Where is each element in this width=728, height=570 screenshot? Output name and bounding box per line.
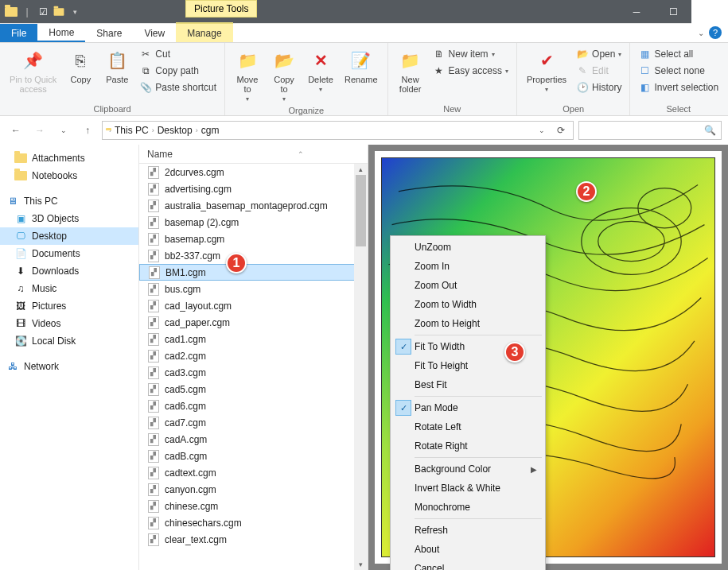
select-all-button[interactable]: ▦Select all [637,46,720,62]
file-item[interactable]: australia_basemap_montageprod.cgm [139,197,368,214]
file-item[interactable]: bb2-337.cgm [139,247,368,264]
nav-network[interactable]: 🖧Network [0,358,138,375]
nav-downloads[interactable]: ⬇Downloads [0,262,138,280]
copy-to-button[interactable]: 📂 Copy to ▾ [268,46,300,104]
new-item-button[interactable]: 🗎New item ▾ [431,46,510,62]
menu-item[interactable]: Monochrome [392,498,543,517]
menu-item[interactable]: Best Fit [392,375,543,394]
menu-item[interactable]: Zoom In [392,257,543,276]
rename-button[interactable]: 📝 Rename [341,46,381,86]
scrollbar-thumb[interactable] [356,175,366,246]
cut-button[interactable]: ✂Cut [138,46,218,62]
refresh-button[interactable]: ⟳ [552,122,570,139]
easy-access-button[interactable]: ★Easy access ▾ [431,63,510,79]
menu-item[interactable]: UnZoom [392,238,543,257]
tab-share[interactable]: Share [85,24,133,42]
nav-notebooks[interactable]: Notebooks [0,167,138,184]
copy-button[interactable]: ⎘ Copy [64,46,96,86]
file-item[interactable]: basemap.cgm [139,231,368,247]
checkbox-icon[interactable]: ☑ [37,6,49,18]
ribbon-expand-caret[interactable]: ⌄ [698,29,704,37]
file-item[interactable]: canyon.cgm [139,481,368,498]
move-to-button[interactable]: 📁 Move to ▾ [232,46,263,104]
tab-home[interactable]: Home [37,24,85,42]
open-button[interactable]: 📂Open ▾ [574,46,623,62]
nav-local-disk[interactable]: 💽Local Disk [0,332,138,350]
delete-button[interactable]: ✕ Delete ▾ [305,46,337,95]
tab-manage[interactable]: Manage [176,22,232,42]
file-item[interactable]: cadA.cgm [139,431,368,448]
menu-item[interactable]: About [392,540,543,559]
invert-selection-button[interactable]: ◧Invert selection [637,79,720,95]
recent-locations-button[interactable]: ⌄ [54,121,73,140]
history-button[interactable]: 🕑History [574,79,623,95]
nav-videos[interactable]: 🎞Videos [0,315,138,332]
vertical-scrollbar[interactable]: ▴ ▾ [354,164,368,570]
file-item[interactable]: basemap (2).cgm [139,214,368,231]
file-item[interactable]: cadtext.cgm [139,464,368,481]
select-none-button[interactable]: ☐Select none [637,63,720,79]
close-button[interactable]: ✕ [691,0,728,24]
breadcrumb-seg[interactable]: This PC› [115,125,154,136]
file-item[interactable]: advertising.cgm [139,180,368,197]
search-input[interactable]: 🔍 [578,121,722,140]
menu-item[interactable]: ✓Pan Mode [392,398,543,417]
menu-item[interactable]: Rotate Right [392,436,543,456]
breadcrumb-seg[interactable]: cgm [201,125,220,136]
file-item[interactable]: cad7.cgm [139,414,368,431]
menu-item[interactable]: Zoom to Width [392,295,543,314]
file-item[interactable]: cad1.cgm [139,331,368,347]
file-item[interactable]: bus.cgm [139,281,368,297]
file-item[interactable]: cad3.cgm [139,364,368,381]
file-item[interactable]: 2dcurves.cgm [139,164,368,180]
nav-this-pc[interactable]: 🖥This PC [0,192,138,210]
file-item[interactable]: chinese.cgm [139,498,368,514]
column-header[interactable]: Name ⌃ [139,145,368,164]
menu-item[interactable]: Zoom to Height [392,314,543,333]
navigation-pane[interactable]: Attachments Notebooks 🖥This PC ▣3D Objec… [0,145,139,570]
minimize-button[interactable]: ─ [618,0,655,24]
menu-item[interactable]: Background Color▶ [392,459,543,479]
file-list[interactable]: 2dcurves.cgmadvertising.cgmaustralia_bas… [139,164,368,570]
file-item[interactable]: cad_paper.cgm [139,314,368,331]
file-item[interactable]: cadB.cgm [139,448,368,464]
nav-3d-objects[interactable]: ▣3D Objects [0,210,138,227]
up-button[interactable]: ↑ [78,121,97,140]
paste-button[interactable]: 📋 Paste [101,46,133,86]
nav-attachments[interactable]: Attachments [0,149,138,167]
edit-button[interactable]: ✎Edit [574,63,623,79]
nav-pictures[interactable]: 🖼Pictures [0,297,138,315]
scroll-down-arrow[interactable]: ▾ [354,559,368,570]
copy-path-button[interactable]: ⧉Copy path [138,63,218,79]
tab-view[interactable]: View [133,24,176,42]
file-item[interactable]: cad2.cgm [139,347,368,364]
address-dropdown[interactable]: ⌄ [533,122,551,139]
properties-button[interactable]: ✔ Properties ▾ [524,46,570,95]
menu-item[interactable]: Cancel [392,559,543,570]
file-item[interactable]: cad5.cgm [139,381,368,397]
nav-documents[interactable]: 📄Documents [0,245,138,262]
maximize-button[interactable]: ☐ [655,0,691,24]
menu-item[interactable]: Refresh [392,521,543,540]
paste-shortcut-button[interactable]: 📎Paste shortcut [138,79,218,95]
file-item[interactable]: BM1.cgm [139,264,368,281]
file-item[interactable]: cad_layout.cgm [139,297,368,314]
forward-button[interactable]: → [30,121,49,140]
pin-to-quick-access-button[interactable]: 📌 Pin to Quick access [6,46,60,95]
breadcrumb-seg[interactable]: Desktop› [158,125,198,136]
tab-file[interactable]: File [0,24,37,42]
file-item[interactable]: chinesechars.cgm [139,514,368,531]
menu-item[interactable]: Zoom Out [392,276,543,295]
back-button[interactable]: ← [6,121,25,140]
nav-desktop[interactable]: 🖵Desktop [0,227,138,245]
file-item[interactable]: clear_text.cgm [139,531,368,548]
scroll-up-arrow[interactable]: ▴ [354,164,368,175]
help-icon[interactable]: ? [709,26,722,39]
new-folder-button[interactable]: 📁 New folder [395,46,426,95]
address-bar[interactable]: › This PC› Desktop› cgm ⌄ ⟳ [102,121,574,140]
file-item[interactable]: cad6.cgm [139,397,368,414]
qat-dropdown[interactable]: ▾ [68,6,81,18]
menu-item[interactable]: Invert Black & White [392,479,543,498]
nav-music[interactable]: ♫Music [0,280,138,297]
menu-item[interactable]: Rotate Left [392,417,543,436]
